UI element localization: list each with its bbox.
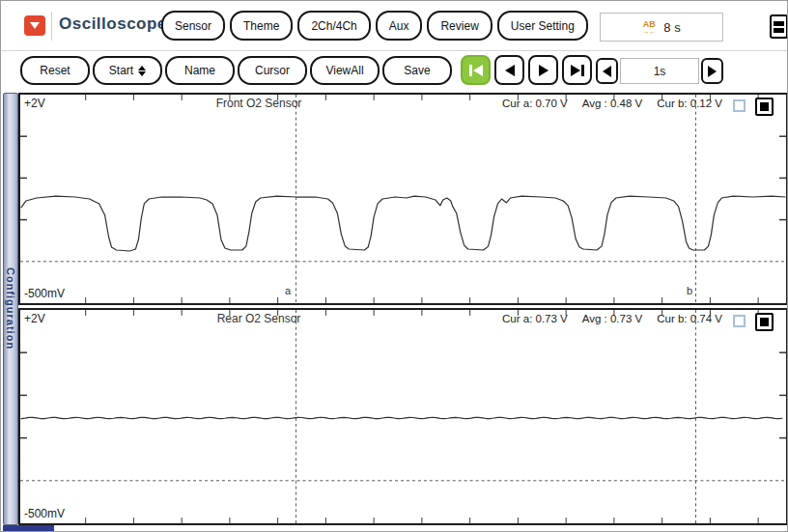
aux-button[interactable]: Aux: [376, 11, 423, 41]
step-back-icon: [505, 65, 515, 76]
ab-cursor-time-icon: AB →←: [642, 20, 656, 35]
theme-button[interactable]: Theme: [230, 11, 293, 41]
configuration-tab[interactable]: Configuration: [3, 93, 18, 525]
panel2-measurements: Cur a: 0.73 V Avg : 0.73 V Cur b: 0.74 V: [502, 313, 722, 324]
panel1-checkbox[interactable]: [733, 99, 746, 112]
reset-button[interactable]: Reset: [20, 56, 90, 85]
timebase-decrease-button[interactable]: [596, 58, 618, 84]
panel2-cursor-a-value: Cur a: 0.73 V: [502, 313, 568, 324]
ab-time-value: 8 s: [663, 20, 680, 35]
top-toolbar: Oscilloscope Sensor Theme 2Ch/4Ch Aux Re…: [1, 1, 787, 51]
skip-bar-icon: [581, 65, 584, 76]
panel2-avg-value: Avg : 0.73 V: [582, 313, 642, 324]
configuration-tab-label: Configuration: [5, 267, 16, 350]
ab-time-display[interactable]: AB →← 8 s: [600, 13, 723, 42]
panel2-bottom-voltage-label: -500mV: [24, 507, 65, 520]
skip-bar-icon: [469, 65, 472, 76]
timebase-increase-button[interactable]: [701, 58, 723, 84]
panel1-bottom-voltage-label: -500mV: [24, 287, 65, 300]
app-dropdown-icon[interactable]: [24, 15, 45, 36]
panel2-title: Rear O2 Sensor: [217, 312, 301, 325]
menu-bar-icon: [774, 28, 784, 33]
panel1-measurements: Cur a: 0.70 V Avg : 0.48 V Cur b: 0.12 V: [502, 98, 722, 109]
skip-start-button[interactable]: [461, 55, 491, 85]
skip-end-icon: [571, 65, 580, 76]
top-button-strip: Sensor Theme 2Ch/4Ch Aux Review User Set…: [161, 11, 588, 41]
sensor-button[interactable]: Sensor: [161, 11, 225, 41]
skip-end-button[interactable]: [562, 55, 592, 85]
review-button[interactable]: Review: [427, 11, 492, 41]
step-forward-icon: [539, 65, 549, 76]
panel1-cursor-b-value: Cur b: 0.12 V: [657, 98, 722, 109]
panel2-channel-indicator[interactable]: [755, 313, 774, 331]
skip-start-icon: [473, 65, 483, 76]
start-spinner-icon: [138, 66, 146, 76]
step-forward-button[interactable]: [528, 55, 558, 85]
save-button[interactable]: Save: [382, 56, 452, 85]
app-title: Oscilloscope: [59, 14, 167, 34]
front-o2-waveform: [20, 95, 786, 303]
viewall-button[interactable]: ViewAll: [310, 56, 380, 85]
front-o2-panel: +2V Front O2 Sensor Cur a: 0.70 V Avg : …: [18, 93, 788, 305]
timebase-value[interactable]: 1s: [620, 58, 699, 84]
timebase-stepper: 1s: [596, 58, 723, 84]
rear-o2-panel: +2V Rear O2 Sensor Cur a: 0.73 V Avg : 0…: [18, 308, 788, 525]
panel1-title: Front O2 Sensor: [216, 97, 302, 110]
channel-mode-button[interactable]: 2Ch/4Ch: [297, 11, 370, 41]
second-button-strip: Reset Start Name Cursor ViewAll Save: [20, 56, 452, 85]
cursor-b-label[interactable]: b: [687, 285, 692, 296]
playback-controls: [461, 55, 592, 85]
down-triangle-icon: [30, 22, 40, 29]
sidebar-scroll-bar[interactable]: [3, 525, 54, 531]
title-separator: [51, 12, 52, 41]
cursor-a-label[interactable]: a: [285, 285, 291, 296]
panel2-checkbox[interactable]: [733, 315, 746, 327]
step-back-button[interactable]: [494, 55, 524, 85]
left-triangle-icon: [603, 66, 611, 77]
panel1-top-voltage-label: +2V: [24, 97, 45, 110]
second-toolbar: Reset Start Name Cursor ViewAll Save: [1, 51, 787, 91]
start-label: Start: [109, 64, 133, 77]
panel2-cursor-b-value: Cur b: 0.74 V: [657, 313, 722, 324]
panel1-channel-indicator[interactable]: [755, 98, 774, 116]
cursor-button[interactable]: Cursor: [238, 56, 307, 85]
rear-o2-waveform: [20, 310, 786, 523]
start-button[interactable]: Start: [93, 56, 162, 85]
menu-bar-icon: [774, 21, 784, 26]
name-button[interactable]: Name: [165, 56, 235, 85]
right-triangle-icon: [708, 66, 717, 77]
filled-square-icon: [760, 318, 769, 326]
panel2-top-voltage-label: +2V: [24, 312, 45, 325]
oscilloscope-window: Oscilloscope Sensor Theme 2Ch/4Ch Aux Re…: [0, 0, 788, 532]
user-setting-button[interactable]: User Setting: [497, 11, 588, 41]
panel1-cursor-a-value: Cur a: 0.70 V: [502, 98, 568, 109]
menu-icon[interactable]: [770, 14, 788, 39]
filled-square-icon: [760, 102, 769, 111]
panel1-avg-value: Avg : 0.48 V: [582, 98, 642, 109]
